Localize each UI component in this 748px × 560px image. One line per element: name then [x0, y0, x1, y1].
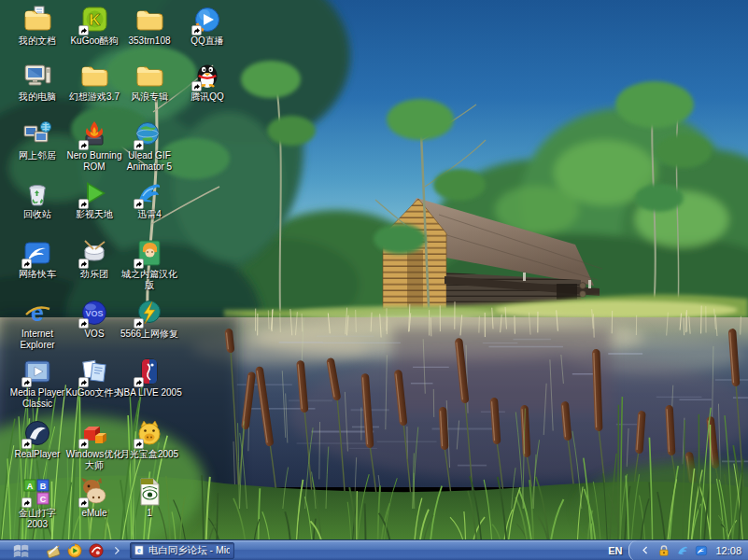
shortcut-arrow-icon	[134, 140, 144, 150]
shortcut-arrow-icon	[78, 318, 89, 329]
shortcut-arrow-icon	[78, 439, 89, 449]
media-player-icon	[67, 543, 82, 558]
taskbar: e 电白同乡论坛 - Micro... EN	[0, 539, 748, 560]
shortcut-arrow-icon	[78, 259, 89, 269]
desktop-icon-label: 腾讯QQ	[191, 91, 224, 103]
network-icon	[22, 119, 52, 149]
shortcut-arrow-icon	[78, 199, 89, 209]
desktop-icon-label: 迅雷4	[120, 209, 179, 220]
desktop-icon-label: Media Player Classic	[7, 387, 67, 410]
desktop-icon-nero-burning-rom[interactable]: Nero Burning ROM	[64, 119, 124, 173]
clock[interactable]: 12:08	[715, 545, 741, 556]
desktop-icon-file-1[interactable]: 1	[120, 477, 179, 519]
desktop-icon-label: 我的电脑	[7, 91, 67, 103]
quicklaunch-media-player[interactable]	[66, 542, 83, 559]
desktop-icon-my-documents[interactable]: 我的文档	[7, 5, 67, 47]
play-icon	[79, 178, 109, 208]
svg-text:B: B	[40, 482, 47, 491]
folder-icon	[79, 61, 109, 91]
desktop-icon-label: 5566上网修复	[120, 329, 178, 340]
desktop-icon-jinshan-typing-2003[interactable]: ABC金山打字 2003	[7, 477, 67, 530]
folder-icon	[134, 5, 164, 35]
shortcut-arrow-icon	[134, 259, 144, 269]
start-button[interactable]	[0, 540, 37, 560]
emule-icon	[79, 477, 109, 507]
shortcut-arrow-icon	[134, 439, 144, 449]
imgfile-icon	[134, 477, 164, 507]
desktop-icon-network-places[interactable]: 网上邻居	[7, 119, 67, 161]
tray-flashget[interactable]	[694, 543, 709, 558]
desktop-icon-label: KuGoo酷狗	[64, 35, 124, 47]
drum-icon	[79, 238, 109, 268]
svg-text:e: e	[137, 547, 141, 553]
desktop-icon-o2jam[interactable]: 劲乐团	[64, 238, 124, 280]
windows-flag-icon	[12, 541, 31, 560]
desktop-icon-my-computer[interactable]: 我的电脑	[7, 61, 67, 103]
desktop-icon-kugoo-folder[interactable]: KuGoo文件夹	[64, 357, 124, 399]
nba-icon	[134, 357, 164, 386]
window-button-label: 电白同乡论坛 - Micro...	[148, 544, 230, 557]
realplayer-icon	[89, 543, 104, 558]
chevron-left-icon	[642, 545, 649, 555]
shortcut-arrow-icon	[78, 25, 89, 35]
svg-text:A: A	[27, 482, 34, 491]
desktop-icon-fenglang-album[interactable]: 风浪专辑	[120, 61, 179, 103]
tray-lock[interactable]	[656, 543, 671, 558]
recycle-icon	[22, 178, 52, 208]
cubes-icon	[79, 418, 109, 448]
desktop-icon-tencent-qq[interactable]: 腾讯QQ	[177, 61, 237, 103]
vos-icon: VOS	[79, 298, 109, 328]
quicklaunch-show-desktop[interactable]	[45, 542, 62, 559]
desktop-icon-label: QQ直播	[191, 35, 224, 47]
desktop-icon-fantasy-game-37[interactable]: 幻想游戏3.7	[64, 61, 124, 103]
svg-text:K: K	[89, 11, 101, 29]
show-desktop-icon	[46, 543, 61, 558]
language-indicator[interactable]: EN	[608, 545, 622, 556]
desktop-icon-vos[interactable]: VOSVOS	[64, 298, 124, 340]
desktop-icon-label: 影视天地	[64, 209, 124, 220]
desktop-icon-label: eMule	[64, 508, 124, 519]
tray-collapse-chevron[interactable]	[638, 543, 653, 558]
desktop-icon-realplayer[interactable]: RealPlayer	[7, 418, 67, 460]
tray-xunlei[interactable]	[675, 543, 690, 558]
desktop-icon-label: 网络快车	[7, 269, 67, 280]
xunlei-icon	[676, 544, 689, 557]
desktop-icon-flashget[interactable]: 网络快车	[7, 238, 67, 280]
desktop-icon-label: 劲乐团	[64, 269, 124, 280]
desktop-icon-recycle-bin[interactable]: 回收站	[7, 178, 67, 220]
xunlei-icon	[134, 178, 164, 208]
desktop-icon-353trn108[interactable]: 353trn108	[120, 5, 179, 47]
desktop-icon-xunlei-4[interactable]: 迅雷4	[120, 178, 179, 220]
ie-page-icon: e	[134, 544, 145, 556]
desktop-icon-5566-repair[interactable]: 5566上网修复	[120, 298, 179, 340]
desktop-icon-ulead-gif-animator-5[interactable]: Ulead GIF Animator 5	[120, 119, 179, 173]
quicklaunch-realplayer[interactable]	[88, 542, 105, 559]
desktop-icon-windows-youhua-dashi[interactable]: Windows优化大师	[64, 418, 124, 471]
desktop-icon-internet-explorer[interactable]: eInternet Explorer	[7, 298, 67, 351]
shortcut-arrow-icon	[134, 199, 144, 209]
nero-icon	[79, 119, 109, 149]
folder-icon	[134, 61, 164, 91]
desktop-icon-label: RealPlayer	[7, 449, 67, 460]
desktop-icon-movie-world[interactable]: 影视天地	[64, 178, 124, 220]
quick-launch	[45, 542, 105, 559]
desktop-icon-label: KuGoo文件夹	[65, 387, 122, 399]
shortcut-arrow-icon	[191, 81, 202, 91]
desktop-icon-label: 金山打字 2003	[7, 508, 67, 530]
svg-text:e: e	[31, 300, 44, 326]
desktop-icon-label: 回收站	[7, 209, 67, 220]
desktop-icon-qq-live[interactable]: QQ直播	[177, 5, 237, 47]
desktop-icon-jonouchi-patch[interactable]: 城之内篇汉化版	[120, 238, 179, 291]
quicklaunch-expand-arrow[interactable]	[113, 545, 120, 556]
desktop-icon-media-player-classic[interactable]: Media Player Classic	[7, 357, 67, 410]
desktop-icon-emule[interactable]: eMule	[64, 477, 124, 519]
desktop-icon-kugoo[interactable]: KKuGoo酷狗	[64, 5, 124, 47]
taskbar-window-button[interactable]: e 电白同乡论坛 - Micro...	[130, 542, 234, 559]
desktop-icon-label: 1	[120, 508, 179, 519]
desktop-icon-label: Ulead GIF Animator 5	[120, 150, 179, 173]
desktop-icon-label: 我的文档	[7, 35, 67, 47]
desktop-icon-moonlight-box-2005[interactable]: 月光宝盒2005	[120, 418, 179, 460]
desktop-icon-nba-live-2005[interactable]: NBA LIVE 2005	[120, 357, 179, 399]
shortcut-arrow-icon	[78, 497, 89, 508]
desktop-icon-label: VOS	[64, 329, 124, 340]
